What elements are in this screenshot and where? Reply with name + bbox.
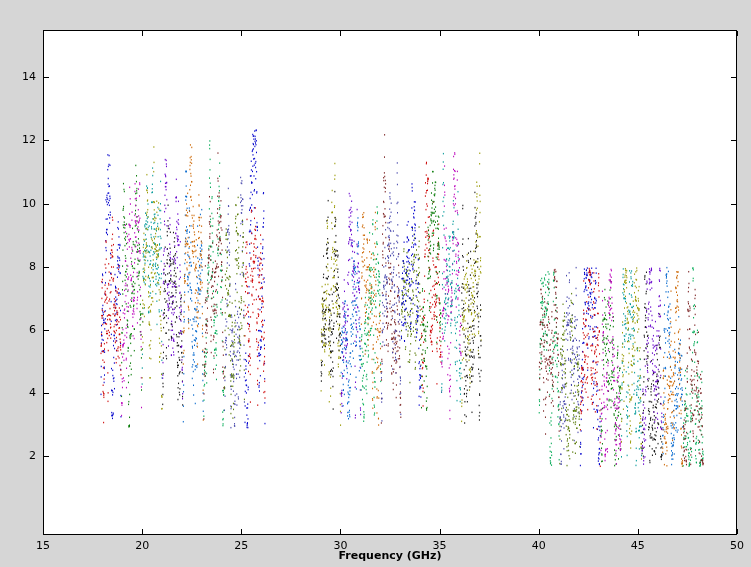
x-tick-label: 15	[36, 539, 50, 552]
y-tick-label: 10	[0, 197, 36, 210]
y-tick-label: 12	[0, 133, 36, 146]
x-tick-label: 50	[730, 539, 744, 552]
y-tick-label: 4	[0, 386, 36, 399]
x-tick-label: 35	[433, 539, 447, 552]
x-tick-label: 25	[234, 539, 248, 552]
y-tick-label: 6	[0, 323, 36, 336]
y-tick-label: 8	[0, 260, 36, 273]
plot-canvas	[0, 0, 751, 567]
x-tick-label: 20	[135, 539, 149, 552]
x-tick-label: 40	[532, 539, 546, 552]
plot-figure: B table: finalBPcal.tbl Antenna: ea06 Ga…	[0, 0, 751, 567]
x-tick-label: 30	[333, 539, 347, 552]
y-tick-label: 2	[0, 449, 36, 462]
x-tick-label: 45	[631, 539, 645, 552]
y-tick-label: 14	[0, 70, 36, 83]
